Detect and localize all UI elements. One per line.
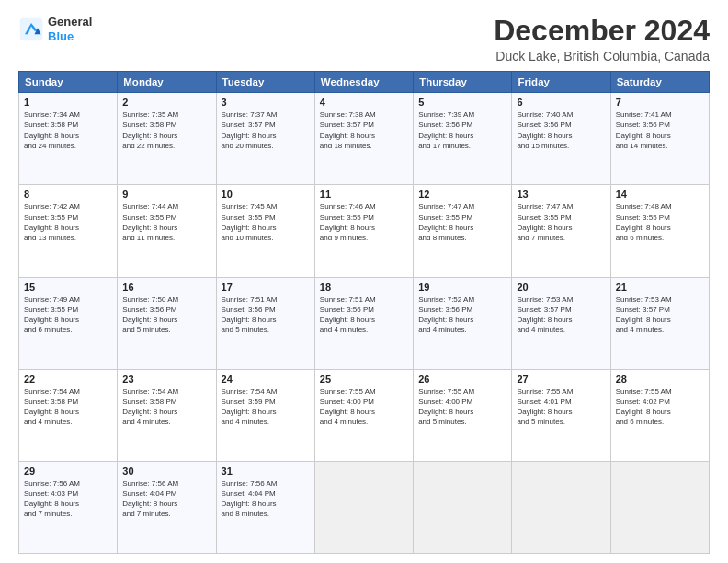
day-number: 14 xyxy=(616,189,704,200)
week-row-3: 15Sunrise: 7:49 AMSunset: 3:55 PMDayligh… xyxy=(19,277,710,369)
day-cell: 18Sunrise: 7:51 AMSunset: 3:56 PMDayligh… xyxy=(314,277,413,369)
week-row-4: 22Sunrise: 7:54 AMSunset: 3:58 PMDayligh… xyxy=(19,369,710,461)
day-cell xyxy=(414,461,512,553)
day-info: Sunrise: 7:54 AMSunset: 3:58 PMDaylight:… xyxy=(122,386,210,428)
day-info: Sunrise: 7:55 AMSunset: 4:00 PMDaylight:… xyxy=(320,386,408,428)
day-number: 25 xyxy=(320,373,408,385)
day-info: Sunrise: 7:56 AMSunset: 4:04 PMDaylight:… xyxy=(122,478,210,520)
day-info: Sunrise: 7:48 AMSunset: 3:55 PMDaylight:… xyxy=(616,201,704,243)
day-cell: 17Sunrise: 7:51 AMSunset: 3:56 PMDayligh… xyxy=(216,277,314,369)
day-number: 19 xyxy=(418,282,506,293)
day-info: Sunrise: 7:38 AMSunset: 3:57 PMDaylight:… xyxy=(320,109,408,151)
day-number: 12 xyxy=(418,189,506,200)
day-info: Sunrise: 7:55 AMSunset: 4:01 PMDaylight:… xyxy=(517,386,605,428)
title-block: December 2024 Duck Lake, British Columbi… xyxy=(494,15,710,63)
day-info: Sunrise: 7:39 AMSunset: 3:56 PMDaylight:… xyxy=(418,109,506,151)
col-header-monday: Monday xyxy=(118,72,216,93)
day-cell: 7Sunrise: 7:41 AMSunset: 3:56 PMDaylight… xyxy=(610,93,709,185)
day-number: 23 xyxy=(122,373,210,385)
day-number: 26 xyxy=(418,373,506,385)
week-row-5: 29Sunrise: 7:56 AMSunset: 4:03 PMDayligh… xyxy=(19,461,710,553)
column-headers-row: SundayMondayTuesdayWednesdayThursdayFrid… xyxy=(19,72,710,93)
day-number: 13 xyxy=(517,189,605,200)
day-cell: 31Sunrise: 7:56 AMSunset: 4:04 PMDayligh… xyxy=(216,461,314,553)
day-cell xyxy=(610,461,709,553)
day-number: 9 xyxy=(122,189,210,200)
week-row-1: 1Sunrise: 7:34 AMSunset: 3:58 PMDaylight… xyxy=(19,93,710,185)
day-info: Sunrise: 7:40 AMSunset: 3:56 PMDaylight:… xyxy=(517,109,605,151)
day-number: 7 xyxy=(616,97,704,108)
day-cell: 13Sunrise: 7:47 AMSunset: 3:55 PMDayligh… xyxy=(512,185,610,277)
day-number: 30 xyxy=(122,465,210,477)
col-header-thursday: Thursday xyxy=(414,72,512,93)
day-number: 4 xyxy=(320,97,408,108)
day-number: 8 xyxy=(24,189,112,200)
day-cell: 11Sunrise: 7:46 AMSunset: 3:55 PMDayligh… xyxy=(314,185,413,277)
day-number: 24 xyxy=(222,373,310,385)
day-number: 18 xyxy=(320,282,408,293)
day-cell: 19Sunrise: 7:52 AMSunset: 3:56 PMDayligh… xyxy=(414,277,512,369)
day-cell: 14Sunrise: 7:48 AMSunset: 3:55 PMDayligh… xyxy=(610,185,709,277)
day-cell: 2Sunrise: 7:35 AMSunset: 3:58 PMDaylight… xyxy=(118,93,216,185)
day-info: Sunrise: 7:49 AMSunset: 3:55 PMDaylight:… xyxy=(24,294,112,336)
day-number: 1 xyxy=(24,97,112,108)
day-number: 21 xyxy=(616,282,704,293)
day-cell: 1Sunrise: 7:34 AMSunset: 3:58 PMDaylight… xyxy=(19,93,118,185)
page: General Blue December 2024 Duck Lake, Br… xyxy=(0,0,728,563)
day-cell: 28Sunrise: 7:55 AMSunset: 4:02 PMDayligh… xyxy=(610,369,709,461)
day-cell: 12Sunrise: 7:47 AMSunset: 3:55 PMDayligh… xyxy=(414,185,512,277)
header: General Blue December 2024 Duck Lake, Br… xyxy=(18,15,710,63)
subtitle: Duck Lake, British Columbia, Canada xyxy=(494,49,710,63)
day-number: 20 xyxy=(517,282,605,293)
day-cell xyxy=(314,461,413,553)
col-header-tuesday: Tuesday xyxy=(216,72,314,93)
day-number: 15 xyxy=(24,282,112,293)
day-number: 22 xyxy=(24,373,112,385)
day-cell: 6Sunrise: 7:40 AMSunset: 3:56 PMDaylight… xyxy=(512,93,610,185)
day-number: 31 xyxy=(222,465,310,477)
day-info: Sunrise: 7:53 AMSunset: 3:57 PMDaylight:… xyxy=(517,294,605,336)
day-cell xyxy=(512,461,610,553)
day-cell: 25Sunrise: 7:55 AMSunset: 4:00 PMDayligh… xyxy=(314,369,413,461)
day-cell: 21Sunrise: 7:53 AMSunset: 3:57 PMDayligh… xyxy=(610,277,709,369)
day-cell: 9Sunrise: 7:44 AMSunset: 3:55 PMDaylight… xyxy=(118,185,216,277)
day-info: Sunrise: 7:51 AMSunset: 3:56 PMDaylight:… xyxy=(320,294,408,336)
day-info: Sunrise: 7:46 AMSunset: 3:55 PMDaylight:… xyxy=(320,201,408,243)
day-number: 17 xyxy=(222,282,310,293)
day-cell: 4Sunrise: 7:38 AMSunset: 3:57 PMDaylight… xyxy=(314,93,413,185)
col-header-sunday: Sunday xyxy=(19,72,118,93)
day-info: Sunrise: 7:51 AMSunset: 3:56 PMDaylight:… xyxy=(222,294,310,336)
day-cell: 26Sunrise: 7:55 AMSunset: 4:00 PMDayligh… xyxy=(414,369,512,461)
logo-icon xyxy=(18,17,44,42)
day-cell: 24Sunrise: 7:54 AMSunset: 3:59 PMDayligh… xyxy=(216,369,314,461)
day-number: 5 xyxy=(418,97,506,108)
col-header-wednesday: Wednesday xyxy=(314,72,413,93)
day-info: Sunrise: 7:47 AMSunset: 3:55 PMDaylight:… xyxy=(517,201,605,243)
day-cell: 15Sunrise: 7:49 AMSunset: 3:55 PMDayligh… xyxy=(19,277,118,369)
day-info: Sunrise: 7:45 AMSunset: 3:55 PMDaylight:… xyxy=(222,201,310,243)
day-cell: 29Sunrise: 7:56 AMSunset: 4:03 PMDayligh… xyxy=(19,461,118,553)
day-cell: 16Sunrise: 7:50 AMSunset: 3:56 PMDayligh… xyxy=(118,277,216,369)
day-cell: 10Sunrise: 7:45 AMSunset: 3:55 PMDayligh… xyxy=(216,185,314,277)
day-cell: 5Sunrise: 7:39 AMSunset: 3:56 PMDaylight… xyxy=(414,93,512,185)
day-number: 16 xyxy=(122,282,210,293)
day-info: Sunrise: 7:50 AMSunset: 3:56 PMDaylight:… xyxy=(122,294,210,336)
logo: General Blue xyxy=(18,15,92,43)
day-cell: 20Sunrise: 7:53 AMSunset: 3:57 PMDayligh… xyxy=(512,277,610,369)
week-row-2: 8Sunrise: 7:42 AMSunset: 3:55 PMDaylight… xyxy=(19,185,710,277)
day-info: Sunrise: 7:41 AMSunset: 3:56 PMDaylight:… xyxy=(616,109,704,151)
day-number: 29 xyxy=(24,465,112,477)
day-info: Sunrise: 7:55 AMSunset: 4:00 PMDaylight:… xyxy=(418,386,506,428)
day-info: Sunrise: 7:56 AMSunset: 4:04 PMDaylight:… xyxy=(222,478,310,520)
svg-rect-0 xyxy=(20,17,43,40)
day-info: Sunrise: 7:42 AMSunset: 3:55 PMDaylight:… xyxy=(24,201,112,243)
day-info: Sunrise: 7:54 AMSunset: 3:58 PMDaylight:… xyxy=(24,386,112,428)
day-number: 3 xyxy=(222,97,310,108)
day-cell: 23Sunrise: 7:54 AMSunset: 3:58 PMDayligh… xyxy=(118,369,216,461)
day-info: Sunrise: 7:37 AMSunset: 3:57 PMDaylight:… xyxy=(222,109,310,151)
day-info: Sunrise: 7:56 AMSunset: 4:03 PMDaylight:… xyxy=(24,478,112,520)
day-number: 28 xyxy=(616,373,704,385)
day-info: Sunrise: 7:35 AMSunset: 3:58 PMDaylight:… xyxy=(122,109,210,151)
day-info: Sunrise: 7:34 AMSunset: 3:58 PMDaylight:… xyxy=(24,109,112,151)
day-info: Sunrise: 7:54 AMSunset: 3:59 PMDaylight:… xyxy=(222,386,310,428)
